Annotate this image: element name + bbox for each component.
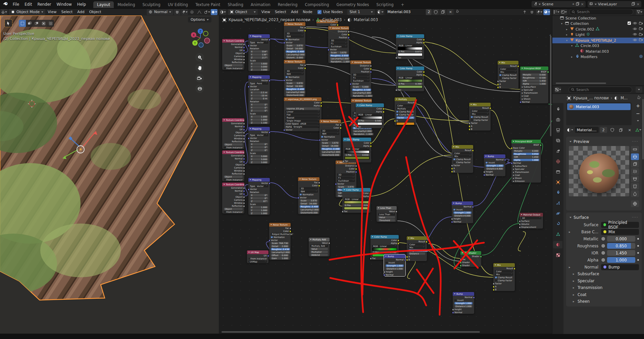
close-icon[interactable]: × xyxy=(637,2,640,6)
disable-render-icon[interactable] xyxy=(639,38,643,43)
node-field-strength[interactable]: Strength1.000 xyxy=(386,264,404,267)
node-field-object[interactable]: Object xyxy=(224,208,243,210)
node-field-randomn[interactable]: Randomn...1.000 xyxy=(353,133,374,135)
socket-out-alpha[interactable] xyxy=(369,195,371,198)
socket-in-volume[interactable] xyxy=(519,223,521,226)
node-field-distance[interactable]: Distance4.000 xyxy=(453,214,472,217)
editor-type-icon[interactable] xyxy=(1,9,7,15)
node-less-than[interactable]: Less ThanValueLess Than˅ValueThreshold xyxy=(377,206,397,222)
socket-out-camera[interactable] xyxy=(243,135,245,137)
section-specular[interactable]: ▸Specular xyxy=(566,278,642,285)
node-field-roughne[interactable]: Roughne..0.436 xyxy=(271,248,290,250)
toggle-ortho-icon[interactable] xyxy=(195,84,204,93)
node-field-roughne[interactable]: Roughne..0.488 xyxy=(321,148,340,150)
node-checkbox-clamp-factor[interactable] xyxy=(499,77,501,79)
outliner-filter-images[interactable] xyxy=(560,9,567,15)
outliner-h-scrollbar[interactable] xyxy=(556,83,606,84)
users-count-button[interactable]: 2 xyxy=(426,9,432,15)
properties-tab-output[interactable] xyxy=(554,127,562,134)
node-select-3d[interactable]: 3D˅ xyxy=(330,39,347,42)
node-multiply-add[interactable]: Multiply AddValueMultiply Add˅ValueMulti… xyxy=(309,238,330,256)
zoom-icon[interactable] xyxy=(195,53,204,62)
mode-select[interactable]: Object Mode xyxy=(9,9,45,15)
node-field-z[interactable]: Z3.000 xyxy=(250,161,268,163)
node-select-fbm[interactable]: fBM˅ xyxy=(300,190,318,193)
fake-user-shield-icon[interactable] xyxy=(432,9,439,15)
socket-in-normal[interactable] xyxy=(451,221,453,223)
properties-tab-render[interactable] xyxy=(554,116,562,124)
socket-dot[interactable] xyxy=(601,251,605,255)
socket-out-color[interactable] xyxy=(337,24,339,26)
socket-in-normal[interactable] xyxy=(511,162,513,164)
workspace-tab-compositing[interactable]: Compositing xyxy=(301,1,333,8)
socket-in-a[interactable] xyxy=(406,256,408,258)
socket-in-a[interactable] xyxy=(468,125,471,128)
socket-out-color[interactable] xyxy=(304,67,306,69)
socket-out-generated[interactable] xyxy=(243,123,245,125)
socket-in-fac[interactable] xyxy=(370,257,372,260)
workspace-tab-uv-editing[interactable]: UV Editing xyxy=(164,1,192,8)
node-menu-view[interactable]: View xyxy=(259,9,273,15)
snap-magnet-icon[interactable] xyxy=(174,9,181,15)
section-subsurface[interactable]: ▸Subsurface xyxy=(566,271,642,278)
expand-arrow[interactable]: ▸ xyxy=(569,265,573,269)
node-noise-texture[interactable]: Noise TextureFacColor3D˅fBM˅✓NormalizeVe… xyxy=(319,119,341,156)
node-field-roughne[interactable]: Roughne..0.488 xyxy=(300,205,319,208)
expand-arrow[interactable]: ▸ xyxy=(569,230,573,234)
node-select-mix[interactable]: Mix˅ xyxy=(495,273,513,276)
proportional-edit-icon[interactable] xyxy=(189,9,195,15)
value-field-metallic[interactable]: 0.000 xyxy=(607,236,635,242)
node-черепица-03-000003-png[interactable]: черепица_03_000003.pngColorAlphaчерепи..… xyxy=(284,97,321,131)
parent-node-tree-icon[interactable] xyxy=(521,9,528,15)
socket-out-color[interactable] xyxy=(369,192,371,195)
node-select-3d[interactable]: 3D˅ xyxy=(286,32,304,35)
node-material-output[interactable]: Material OutputAll˅SurfaceVolumeDisplace… xyxy=(519,213,543,229)
value-field-alpha[interactable]: 1.000 xyxy=(607,257,635,263)
node-field-roughness[interactable]: Roughness0.500 xyxy=(522,77,547,79)
node-checkbox-clamp-result[interactable]: ✓ xyxy=(453,158,455,160)
node-field-0-pos[interactable]: 0 Pos0.315 xyxy=(344,204,369,206)
socket-in-b[interactable] xyxy=(451,171,453,173)
v-scrollbar[interactable] xyxy=(550,36,551,136)
node-field-strength[interactable]: Strength1.000 xyxy=(454,302,473,304)
disable-render-icon[interactable] xyxy=(639,33,643,37)
node-field-roughne[interactable]: Roughne..0.488 xyxy=(286,50,305,53)
node-field-detail[interactable]: Detail16.900 xyxy=(286,85,304,87)
socket-out-color[interactable] xyxy=(348,34,350,36)
select-subtract-icon[interactable] xyxy=(33,20,40,27)
outliner-row-circle-002[interactable]: ▸Circle.002 xyxy=(552,27,644,32)
node-field-z[interactable]: Z217° xyxy=(250,56,268,59)
node-field-z[interactable]: Z0° xyxy=(250,149,268,151)
node-checkbox-clamp-result[interactable]: ✓ xyxy=(396,111,398,113)
node-field-roughne[interactable]: Roughne..0.850 xyxy=(330,54,349,57)
node-field-y[interactable]: Y3.000 xyxy=(250,158,268,160)
socket-out-camera[interactable] xyxy=(243,55,245,58)
node-field-factor[interactable]: Factor0.125 xyxy=(396,116,414,119)
node-field-1-pos[interactable]: 1 Pos0.448 xyxy=(372,251,397,253)
snap-grid-select[interactable] xyxy=(536,9,543,15)
node-select-color[interactable]: Color˅ xyxy=(453,152,472,154)
section-coat[interactable]: ▸Coat xyxy=(566,291,642,298)
socket-out-color[interactable] xyxy=(370,68,372,70)
socket-out-color[interactable] xyxy=(340,127,342,129)
shader-type-select[interactable]: Object xyxy=(228,9,258,15)
camera-view-icon[interactable] xyxy=(195,74,204,83)
node-select-3d[interactable]: 3D˅ xyxy=(286,70,304,72)
node-checkbox-clamp-factor[interactable] xyxy=(471,119,473,121)
socket-out-position[interactable] xyxy=(370,71,372,73)
checkbox[interactable] xyxy=(627,21,631,26)
node-bump[interactable]: BumpNormal✓InvertStrength1.000Distance4.… xyxy=(452,201,473,223)
show-gizmo-icon[interactable] xyxy=(203,9,210,15)
viewport-menu-object[interactable]: Object xyxy=(87,9,104,15)
socket-in-fac[interactable] xyxy=(355,126,357,128)
node-select-uvmap[interactable]: UVMap˅ xyxy=(249,260,267,263)
node-field-randomn[interactable]: Randomn...1.000 xyxy=(330,60,351,63)
node-field-offset[interactable]: Offset0.000 xyxy=(271,254,289,256)
expand-arrow[interactable]: ▾ xyxy=(570,44,574,47)
outliner-row-circle-003[interactable]: ▾Circle.003 xyxy=(552,43,644,49)
socket-in-height[interactable] xyxy=(451,218,453,220)
socket-out-distance[interactable] xyxy=(355,165,357,167)
node-select-3d[interactable]: 3D˅ xyxy=(300,187,318,190)
node-select-ridged-multifractal[interactable]: Ridged Multifractal˅ xyxy=(271,233,295,235)
node-checkbox-clamp-result[interactable]: ✓ xyxy=(471,116,473,118)
